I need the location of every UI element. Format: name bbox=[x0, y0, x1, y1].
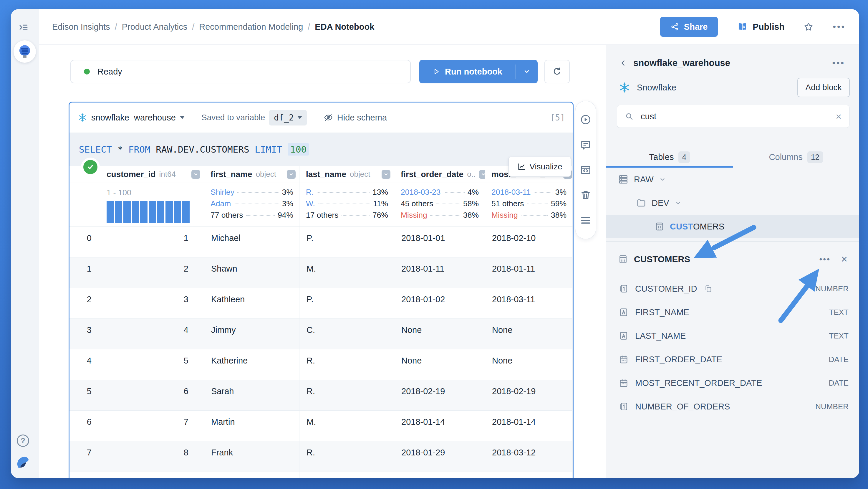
visualize-button[interactable]: Visualize bbox=[508, 157, 571, 177]
hex-logo-icon[interactable] bbox=[16, 455, 31, 470]
calendar-type-icon bbox=[619, 355, 629, 364]
histogram-bar bbox=[182, 201, 190, 223]
tree-item-dev[interactable]: DEV bbox=[606, 191, 859, 215]
column-row[interactable]: FIRST_NAMETEXT bbox=[606, 301, 859, 324]
histogram-bar bbox=[174, 201, 181, 223]
help-button[interactable]: ? bbox=[17, 434, 29, 447]
table-more-button[interactable]: ••• bbox=[819, 254, 831, 264]
connection-name: snowflake_warehouse bbox=[91, 113, 176, 123]
data-cell: 2018-03-17 bbox=[394, 472, 485, 478]
connection-dropdown[interactable]: snowflake_warehouse bbox=[69, 102, 193, 132]
drag-menu-button[interactable] bbox=[579, 214, 592, 227]
row-index-cell: 2 bbox=[69, 288, 100, 318]
trash-button[interactable] bbox=[579, 188, 592, 202]
publish-button[interactable]: Publish bbox=[735, 22, 786, 32]
stats-percent: 13% bbox=[372, 188, 388, 197]
sql-editor[interactable]: SELECT * FROM RAW.DEV.CUSTOMERS LIMIT 10… bbox=[69, 133, 573, 166]
column-menu-button[interactable] bbox=[479, 170, 485, 179]
run-cell-button[interactable] bbox=[579, 113, 592, 126]
favorite-button[interactable] bbox=[803, 22, 814, 32]
breadcrumb-item[interactable]: Edison Insights bbox=[52, 22, 110, 32]
tree-item-customers[interactable]: CUSTOMERS bbox=[606, 215, 859, 238]
ellipsis-icon: ••• bbox=[819, 254, 831, 264]
column-row[interactable]: CUSTOMER_IDNUMBER bbox=[606, 277, 859, 301]
column-header[interactable]: last_nameobject bbox=[300, 166, 394, 183]
run-notebook-button[interactable]: Run notebook bbox=[419, 60, 538, 83]
table-row[interactable]: 23KathleenP.2018-01-022018-03-11 bbox=[69, 288, 573, 319]
stats-line: 17 others76% bbox=[306, 211, 388, 222]
column-row[interactable]: MOST_RECENT_ORDER_DATEDATE bbox=[606, 371, 859, 395]
data-cell: P. bbox=[300, 227, 394, 257]
saved-variable-section: Saved to variable df_2 bbox=[193, 102, 315, 132]
tab-tables[interactable]: Tables4 bbox=[606, 147, 733, 167]
workspace-logo[interactable] bbox=[13, 40, 36, 63]
close-detail-button[interactable]: × bbox=[841, 254, 847, 265]
stats-line: 77 others94% bbox=[211, 211, 293, 222]
column-name: last_name bbox=[306, 170, 346, 179]
dotted-leader bbox=[527, 204, 548, 204]
more-options-button[interactable]: ••• bbox=[831, 22, 847, 32]
data-cell: P. bbox=[300, 288, 394, 318]
table-row[interactable]: 89JenniferF.2018-03-172018-03-17 bbox=[69, 472, 573, 478]
run-options-button[interactable] bbox=[516, 68, 538, 75]
column-menu-button[interactable] bbox=[381, 170, 391, 179]
share-button[interactable]: Share bbox=[660, 17, 718, 37]
data-cell: Sarah bbox=[204, 380, 300, 410]
table-row[interactable]: 45KatherineR.NoneNone bbox=[69, 349, 573, 380]
dotted-leader bbox=[234, 204, 279, 204]
eye-off-icon bbox=[323, 113, 333, 122]
tree-item-raw[interactable]: RAW bbox=[606, 167, 859, 191]
data-cell: 2018-03-12 bbox=[485, 441, 573, 471]
stats-percent: 58% bbox=[463, 199, 479, 208]
panel-more-button[interactable]: ••• bbox=[830, 58, 847, 68]
column-row[interactable]: NUMBER_OF_ORDERSNUMBER bbox=[606, 395, 859, 418]
sidebar-toggle-button[interactable] bbox=[18, 22, 30, 32]
table-row[interactable]: 34JimmyC.NoneNone bbox=[69, 319, 573, 349]
table-row[interactable]: 56SarahR.2018-02-192018-02-19 bbox=[69, 380, 573, 410]
variable-name: df_2 bbox=[274, 113, 293, 123]
panel-title: snowflake_warehouse bbox=[633, 58, 730, 68]
column-header[interactable]: first_nameobject bbox=[204, 166, 300, 183]
column-name: FIRST_ORDER_DATE bbox=[635, 355, 722, 364]
column-stats-cell: Shirley3%Adam3%77 others94% bbox=[204, 183, 300, 226]
data-cell: R. bbox=[300, 349, 394, 380]
column-menu-button[interactable] bbox=[287, 170, 296, 179]
breadcrumb-item[interactable]: Recommendation Modeling bbox=[199, 22, 303, 32]
run-notebook-label: Run notebook bbox=[445, 67, 502, 77]
sql-cell[interactable]: snowflake_warehouse Saved to variable df… bbox=[69, 102, 574, 478]
clear-search-button[interactable]: × bbox=[836, 111, 841, 121]
refresh-button[interactable] bbox=[545, 60, 570, 83]
share-label: Share bbox=[684, 22, 708, 32]
code-block-button[interactable] bbox=[579, 163, 592, 177]
data-cell: None bbox=[394, 349, 485, 380]
hide-schema-button[interactable]: Hide schema bbox=[315, 102, 395, 132]
column-header[interactable]: customer_idint64 bbox=[100, 166, 204, 183]
table-row[interactable]: 01MichaelP.2018-01-012018-02-10 bbox=[69, 227, 573, 257]
dotted-leader bbox=[317, 192, 370, 193]
table-row[interactable]: 67MartinM.2018-01-142018-01-14 bbox=[69, 410, 573, 441]
tab-columns[interactable]: Columns12 bbox=[733, 147, 860, 167]
table-row[interactable]: 12ShawnM.2018-01-112018-01-11 bbox=[69, 257, 573, 288]
data-cell: Michael bbox=[204, 227, 300, 257]
data-cell: 2018-02-10 bbox=[485, 227, 573, 257]
table-row[interactable]: 78FrankR.2018-01-292018-03-12 bbox=[69, 441, 573, 472]
search-input[interactable] bbox=[640, 111, 829, 122]
stats-percent: 3% bbox=[282, 188, 293, 197]
column-type: DATE bbox=[829, 378, 848, 388]
copy-button[interactable] bbox=[704, 284, 713, 293]
back-button[interactable] bbox=[619, 59, 627, 67]
data-cell: 2018-01-14 bbox=[485, 410, 573, 441]
add-block-button[interactable]: Add block bbox=[797, 78, 850, 97]
column-header[interactable]: first_order_dateo.. bbox=[394, 166, 485, 183]
histogram-bar bbox=[157, 201, 164, 223]
dotted-leader bbox=[237, 192, 279, 193]
breadcrumb-item[interactable]: Product Analytics bbox=[122, 22, 187, 32]
stats-label: 51 others bbox=[491, 199, 524, 208]
column-row[interactable]: FIRST_ORDER_DATEDATE bbox=[606, 347, 859, 371]
variable-dropdown[interactable]: df_2 bbox=[269, 110, 307, 125]
column-row[interactable]: LAST_NAMETEXT bbox=[606, 324, 859, 347]
comment-button[interactable] bbox=[579, 139, 592, 151]
sql-token bbox=[282, 144, 288, 155]
column-menu-button[interactable] bbox=[191, 170, 200, 179]
sql-token: FROM bbox=[128, 144, 151, 155]
